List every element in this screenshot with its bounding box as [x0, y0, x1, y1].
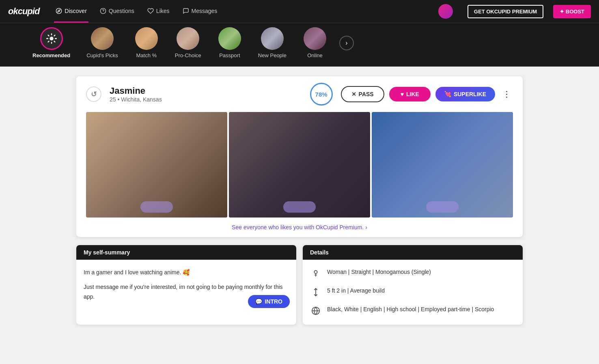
- like-heart-icon: ♥: [401, 91, 404, 97]
- category-pro-choice[interactable]: Pro-Choice: [167, 23, 209, 62]
- category-next-arrow[interactable]: ›: [339, 36, 354, 50]
- online-img: [304, 27, 326, 50]
- avatar[interactable]: [438, 4, 453, 19]
- detail-row-gender: Woman | Straight | Monogamous (Single): [310, 268, 515, 279]
- intro-icon: 💬: [255, 298, 262, 305]
- details-section: My self-summary Im a gamer and I love wa…: [76, 245, 523, 325]
- summary-para-1: Im a gamer and I love watching anime. 🥰: [84, 268, 289, 278]
- passport-img: [218, 27, 241, 50]
- height-text: 5 ft 2 in | Average build: [327, 286, 385, 295]
- nav-questions-label: Questions: [109, 8, 134, 14]
- photo-3-badge: [426, 201, 459, 213]
- globe-icon: [310, 305, 321, 317]
- svg-point-0: [56, 8, 62, 13]
- passport-label: Passport: [219, 52, 240, 58]
- self-summary-header: My self-summary: [76, 245, 296, 260]
- recommended-icon: [46, 33, 57, 44]
- details-card: Details Woman | Straight | Monogamous (S…: [303, 245, 523, 325]
- profile-header: ↺ Jasmine 25 • Wichita, Kansas 78% ✕ PAS…: [76, 76, 523, 112]
- category-cupids-picks[interactable]: Cupid's Picks: [78, 23, 126, 62]
- profile-age: 25: [110, 96, 116, 103]
- logo: okcupid: [8, 6, 39, 17]
- nav-item-questions[interactable]: Questions: [98, 0, 136, 23]
- like-button[interactable]: ♥ LIKE: [389, 87, 431, 101]
- cupids-picks-label: Cupid's Picks: [86, 52, 118, 58]
- self-summary-card: My self-summary Im a gamer and I love wa…: [76, 245, 296, 325]
- superlike-icon: 💘: [444, 91, 451, 97]
- likes-icon: [147, 8, 154, 14]
- intro-label: INTRO: [265, 298, 282, 305]
- pass-button[interactable]: ✕ PASS: [341, 86, 384, 102]
- superlike-label: SUPERLIKE: [454, 91, 486, 97]
- discover-icon: [56, 8, 62, 14]
- online-label: Online: [307, 52, 323, 58]
- pro-choice-img: [177, 27, 199, 50]
- category-passport[interactable]: Passport: [209, 23, 250, 62]
- nav-discover-label: Discover: [65, 8, 86, 14]
- category-online[interactable]: Online: [295, 23, 335, 62]
- undo-button[interactable]: ↺: [86, 86, 101, 102]
- action-buttons: ✕ PASS ♥ LIKE 💘 SUPERLIKE ⋮: [341, 86, 513, 102]
- detail-row-height: 5 ft 2 in | Average build: [310, 286, 515, 298]
- superlike-button[interactable]: 💘 SUPERLIKE: [435, 87, 495, 101]
- premium-button[interactable]: GET OKCUPID PREMIUM: [468, 5, 543, 18]
- boost-button[interactable]: ✦ BOOST: [553, 5, 591, 18]
- match-label: Match %: [136, 52, 157, 58]
- cupids-picks-img: [91, 27, 114, 50]
- intro-button[interactable]: 💬 INTRO: [248, 295, 290, 308]
- nav-likes-label: Likes: [156, 8, 170, 14]
- svg-point-4: [51, 38, 52, 39]
- new-people-label: New People: [258, 52, 287, 58]
- photo-2-badge: [283, 201, 316, 213]
- questions-icon: [100, 8, 106, 14]
- detail-row-ethnicity: Black, White | English | High school | E…: [310, 305, 515, 317]
- profile-sub: 25 • Wichita, Kansas: [110, 96, 302, 103]
- category-bar: Recommended Cupid's Picks Match % Pro-Ch…: [0, 23, 599, 67]
- nav-item-likes[interactable]: Likes: [146, 0, 171, 23]
- nav-item-discover[interactable]: Discover: [54, 0, 88, 23]
- category-recommended[interactable]: Recommended: [24, 23, 78, 62]
- photo-3[interactable]: [372, 112, 513, 218]
- category-new-people[interactable]: New People: [250, 23, 295, 62]
- profile-name-block: Jasmine 25 • Wichita, Kansas: [110, 86, 302, 103]
- premium-link[interactable]: See everyone who likes you with OkCupid …: [76, 224, 523, 237]
- details-header: Details: [303, 245, 523, 260]
- profile-card: ↺ Jasmine 25 • Wichita, Kansas 78% ✕ PAS…: [76, 76, 523, 237]
- profile-name: Jasmine: [110, 86, 302, 96]
- ethnicity-text: Black, White | English | High school | E…: [327, 305, 494, 314]
- photo-1-badge: [140, 201, 173, 213]
- profile-location: Wichita, Kansas: [121, 96, 162, 103]
- recommended-img: [40, 27, 63, 50]
- nav-messages-label: Messages: [192, 8, 218, 14]
- gender-icon: [310, 268, 321, 279]
- pass-label: PASS: [359, 91, 374, 97]
- profile-separator: •: [117, 96, 121, 103]
- height-icon: [310, 286, 321, 298]
- match-percent: 78%: [315, 91, 328, 98]
- pass-x-icon: ✕: [351, 91, 356, 97]
- match-img: [135, 27, 158, 50]
- self-summary-body: Im a gamer and I love watching anime. 🥰 …: [76, 260, 296, 314]
- photo-1[interactable]: [86, 112, 227, 218]
- main-content: ↺ Jasmine 25 • Wichita, Kansas 78% ✕ PAS…: [68, 76, 531, 325]
- details-body: Woman | Straight | Monogamous (Single) 5…: [303, 260, 523, 325]
- gender-text: Woman | Straight | Monogamous (Single): [327, 268, 431, 276]
- svg-point-5: [314, 271, 317, 274]
- new-people-img: [261, 27, 284, 50]
- like-label: LIKE: [406, 91, 419, 97]
- navbar: okcupid Discover Questions Likes Message…: [0, 0, 599, 23]
- pro-choice-label: Pro-Choice: [175, 52, 201, 58]
- more-options-button[interactable]: ⋮: [500, 88, 513, 101]
- photo-grid: [86, 112, 513, 218]
- recommended-label: Recommended: [32, 52, 70, 58]
- messages-icon: [183, 8, 189, 14]
- category-match[interactable]: Match %: [126, 23, 167, 62]
- photo-2[interactable]: [229, 112, 370, 218]
- nav-item-messages[interactable]: Messages: [181, 0, 219, 23]
- match-circle: 78%: [310, 83, 333, 106]
